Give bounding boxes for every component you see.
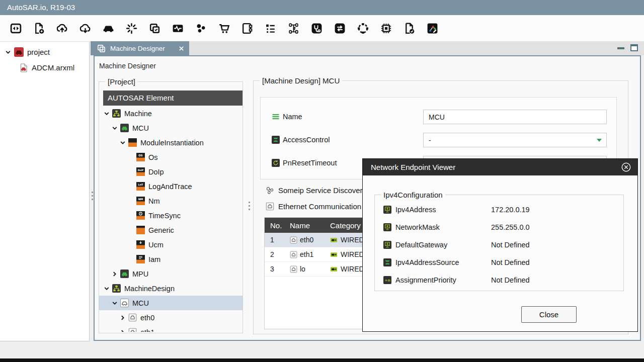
maximize-button[interactable]: [630, 44, 638, 51]
chevron-down-icon[interactable]: [112, 125, 118, 131]
toolbar-signal-monitor-button[interactable]: [171, 21, 185, 35]
tree-item-doip[interactable]: DoIPDoIp: [99, 164, 243, 179]
tab-close-icon[interactable]: [179, 46, 184, 51]
tree-item-eth1[interactable]: eth1: [99, 325, 243, 332]
tree-item-logandtrace[interactable]: LnTLogAndTrace: [99, 179, 243, 194]
toolbar-processor-chip-button[interactable]: [379, 21, 393, 35]
tree-item-os[interactable]: OSOs: [99, 150, 243, 164]
chevron-down-icon[interactable]: [112, 300, 118, 306]
tab-machine-designer[interactable]: Machine Designer: [91, 41, 189, 55]
ipv4-icon: 4: [383, 206, 391, 214]
tree-item-eth0[interactable]: eth0: [99, 310, 243, 325]
selection-target-icon: [357, 22, 369, 35]
splitter-grip-left[interactable]: [91, 190, 94, 202]
tree-item-generic[interactable]: Generic: [99, 223, 243, 237]
toolbar-cloud-upload-button[interactable]: [55, 21, 69, 35]
toolbar-item-list-button[interactable]: [263, 21, 277, 35]
tree-item-mpu[interactable]: MPU: [99, 266, 243, 281]
tree-item-label: Nm: [148, 197, 160, 205]
dialog-close-icon[interactable]: [621, 162, 631, 172]
tree-item-label: DoIp: [148, 168, 164, 176]
validate-file-icon: [403, 22, 416, 35]
tree-item-label: Iam: [148, 255, 160, 263]
splitter-grip-middle[interactable]: [248, 200, 251, 212]
dialog-row-defaultgateway: 4DefaultGatewayNot Defined: [375, 236, 623, 254]
chevron-down-icon[interactable]: [104, 286, 110, 292]
dialog-header: Network Endpoint Viewer: [363, 159, 637, 175]
module-doip-icon: DoIP: [136, 167, 145, 176]
tree-item-mcu[interactable]: MCU: [99, 121, 243, 135]
close-button[interactable]: Close: [521, 306, 577, 323]
category-value: WIRED: [341, 236, 364, 244]
chevron-down-icon: [597, 139, 602, 142]
tree-item-machine[interactable]: Machine: [99, 106, 243, 121]
project-explorer: project ADCM.arxml: [0, 41, 90, 341]
mcu-icon: [120, 269, 129, 278]
tree-item-mcu[interactable]: MCU: [99, 296, 243, 310]
titlebar: AutoSAR.io, R19-03: [0, 0, 644, 15]
section-someip-service-discoveries[interactable]: Someip Service Discoverie: [266, 186, 368, 195]
section-ethernet-communication[interactable]: Ethernet Communication C: [266, 202, 369, 211]
section-label: Ethernet Communication C: [278, 202, 369, 211]
minimize-button[interactable]: [617, 47, 624, 49]
toolbar-vehicle-chassis-button[interactable]: [286, 21, 300, 35]
dialog-rows: 4Ipv4Address172.20.0.194NetworkMask255.2…: [375, 201, 623, 289]
vehicle-chassis-icon: [287, 22, 300, 35]
chevron-down-icon[interactable]: [104, 111, 110, 117]
svg-text:DoIP: DoIP: [138, 169, 144, 171]
address-book-icon: [241, 22, 254, 35]
toolbar-loading-spinner-button[interactable]: [124, 21, 138, 35]
toolbar-network-switch-button[interactable]: [333, 21, 347, 35]
tree-item-iam[interactable]: Iam: [99, 252, 243, 266]
chevron-spacer: [128, 227, 134, 233]
mcu-icon: [120, 124, 129, 132]
toolbar-validate-file-button[interactable]: [402, 21, 416, 35]
cloud-upload-icon: [56, 22, 68, 35]
toolbar-new-file-button[interactable]: [32, 21, 46, 35]
svg-text:+n: +n: [384, 278, 390, 283]
chevron-down-icon[interactable]: [120, 140, 126, 146]
tree-item-nm[interactable]: NMNm: [99, 194, 243, 208]
tree-item-label: TimeSync: [148, 212, 181, 220]
chevron-down-icon[interactable]: [5, 49, 11, 55]
module-os-icon: OS: [136, 153, 145, 161]
dialog-row-value: 255.255.0.0: [491, 223, 530, 231]
ipv4-icon: 4: [383, 241, 391, 249]
toolbar-panel-toggle-button[interactable]: [9, 21, 23, 35]
toolbar-selection-target-button[interactable]: [356, 21, 370, 35]
access-control-dropdown[interactable]: -: [423, 133, 607, 147]
vehicle-icon: [102, 22, 115, 35]
toolbar-copy-elements-button[interactable]: [147, 21, 162, 35]
network-endpoint-viewer-dialog: Network Endpoint Viewer Ipv4Configuratio…: [362, 158, 638, 332]
toolbar-shopping-cart-button[interactable]: [217, 21, 231, 35]
tree-header: AUTOSAR Element: [103, 90, 243, 106]
toolbar-hex-cluster-button[interactable]: [194, 21, 208, 35]
dialog-row-assignmentpriority: +nAssignmentPriorityNot Defined: [375, 272, 623, 289]
toolbar-vehicle-button[interactable]: [101, 21, 115, 35]
project-icon: [14, 47, 24, 57]
tree-item-moduleinstantiation[interactable]: ModuleInstantiation: [99, 135, 243, 150]
chevron-right-icon[interactable]: [112, 271, 118, 277]
explorer-item-project[interactable]: project: [0, 44, 89, 60]
ipv4-icon: 4: [383, 223, 391, 231]
cell-no: 3: [265, 265, 290, 273]
chevron-right-icon[interactable]: [120, 315, 126, 321]
toolbar-cloud-download-button[interactable]: [78, 21, 92, 35]
module-generic-icon: [136, 226, 145, 234]
name-input[interactable]: [423, 110, 607, 124]
window-title: AutoSAR.io, R19-03: [7, 3, 75, 12]
edit-diagram-icon: [426, 22, 439, 35]
source-icon: [383, 258, 391, 266]
explorer-item-arxml-file[interactable]: ADCM.arxml: [0, 60, 89, 75]
tree-item-timesync[interactable]: TimeSync: [99, 208, 243, 223]
toolbar-address-book-button[interactable]: [240, 21, 254, 35]
toolbar-diagnostics-button[interactable]: [309, 21, 324, 35]
chevron-spacer: [128, 169, 134, 175]
tree-item-machinedesign[interactable]: MachineDesign: [99, 281, 243, 296]
toolbar-edit-diagram-button[interactable]: [425, 21, 439, 35]
signal-monitor-icon: [172, 22, 184, 35]
chevron-right-icon[interactable]: [120, 329, 126, 332]
page-title: Machine Designer: [99, 62, 156, 70]
tree-item-ucm[interactable]: Ucm: [99, 237, 243, 252]
tree-item-label: Os: [148, 153, 158, 161]
